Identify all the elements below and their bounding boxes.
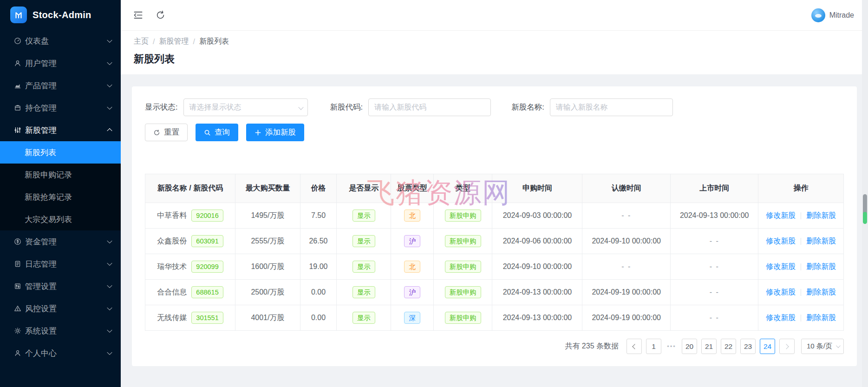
page-button[interactable]: 20 [682, 339, 697, 354]
type-badge: 新股申购 [445, 286, 481, 299]
table-header-row: 新股名称 / 新股代码 最大购买数量 价格 是否显示 股票类型 类型 申购时间 … [145, 174, 844, 203]
edit-ipo-link[interactable]: 修改新股 [766, 262, 796, 270]
action-divider [801, 289, 801, 296]
scrollbar[interactable] [862, 0, 868, 387]
col-header-actions: 操作 [758, 174, 844, 203]
col-header-name-code: 新股名称 / 新股代码 [145, 174, 235, 203]
stock-name: 无线传媒 [157, 313, 187, 323]
dashboard-icon [14, 37, 21, 45]
search-icon [204, 129, 211, 136]
user-menu[interactable]: Mitrade [811, 8, 854, 22]
sidebar-item-products[interactable]: 产品管理 [0, 74, 121, 97]
stock-name: 瑞华技术 [157, 262, 187, 272]
collapse-sidebar-button[interactable] [133, 10, 144, 20]
sidebar-subitem-ipo-list[interactable]: 新股列表 [0, 141, 121, 164]
edit-ipo-link[interactable]: 修改新股 [766, 237, 796, 245]
dollar-circle-icon [14, 238, 21, 245]
name-input[interactable] [550, 98, 673, 116]
chevron-down-icon [107, 38, 112, 43]
page-size-select[interactable]: 10 条/页 [801, 339, 844, 354]
page-button[interactable]: 22 [721, 339, 736, 354]
avatar[interactable] [811, 8, 825, 22]
visible-badge: 显示 [352, 235, 375, 248]
market-badge: 深 [404, 312, 420, 324]
chevron-down-icon [107, 350, 112, 355]
listing-time: - - [670, 305, 758, 331]
sidebar-subitem-block-trades[interactable]: 大宗交易列表 [0, 208, 121, 230]
sidebar-item-dashboard[interactable]: 仪表盘 [0, 30, 121, 52]
action-divider [801, 263, 801, 270]
chevron-down-icon [107, 238, 112, 243]
status-select-input[interactable] [183, 98, 308, 116]
filter-bar: 显示状态: 新股代码: 新股名称: [145, 98, 844, 116]
next-page-button[interactable] [779, 339, 795, 354]
delete-ipo-link[interactable]: 删除新股 [806, 262, 836, 270]
content-area: 显示状态: 新股代码: 新股名称: 重置 [121, 74, 868, 387]
code-input[interactable] [368, 98, 491, 116]
stock-name: 众鑫股份 [157, 236, 187, 246]
action-divider [801, 212, 801, 219]
sidebar-item-profile[interactable]: 个人中心 [0, 342, 121, 364]
breadcrumb: 主页 / 新股管理 / 新股列表 [134, 37, 855, 46]
sidebar-item-funds[interactable]: 资金管理 [0, 230, 121, 253]
reset-button-label: 重置 [164, 127, 179, 138]
price: 0.00 [300, 305, 336, 331]
sidebar-item-label: 风控设置 [25, 303, 57, 314]
col-header-payment-time: 认缴时间 [582, 174, 671, 203]
edit-ipo-link[interactable]: 修改新股 [766, 288, 796, 296]
ipo-list-card: 显示状态: 新股代码: 新股名称: 重置 [132, 86, 857, 366]
page-button-active[interactable]: 24 [760, 339, 775, 354]
sidebar-item-users[interactable]: 用户管理 [0, 52, 121, 74]
delete-ipo-link[interactable]: 删除新股 [806, 237, 836, 245]
breadcrumb-section[interactable]: 新股管理 [159, 37, 189, 46]
payment-time: 2024-09-10 00:00:00 [582, 229, 671, 254]
sidebar-item-label: 持仓管理 [25, 103, 57, 113]
visible-badge: 显示 [352, 312, 375, 324]
chevron-down-icon [107, 261, 112, 266]
page-button[interactable]: 23 [740, 339, 756, 354]
col-header-subscribe-time: 申购时间 [492, 174, 582, 203]
sidebar-item-admin-settings[interactable]: 管理设置 [0, 275, 121, 297]
action-divider [801, 315, 801, 321]
prev-page-button[interactable] [627, 339, 642, 354]
col-header-type: 类型 [434, 174, 492, 203]
sidebar-item-risk-settings[interactable]: 风控设置 [0, 297, 121, 320]
position-box-icon [14, 104, 21, 112]
sidebar-item-label: 仪表盘 [25, 36, 49, 46]
search-button[interactable]: 查询 [196, 124, 238, 141]
sidebar-subitem-subscription-records[interactable]: 新股申购记录 [0, 164, 121, 186]
pagination-ellipsis[interactable]: ••• [666, 343, 678, 350]
delete-ipo-link[interactable]: 删除新股 [806, 314, 836, 321]
listing-time: 2024-09-13 00:00:00 [670, 203, 758, 229]
chevron-right-icon [783, 344, 789, 349]
subscribe-time: 2024-09-13 00:00:00 [492, 280, 582, 305]
gear-icon [14, 327, 21, 335]
sidebar-item-ipo-management[interactable]: 新股管理 [0, 119, 121, 141]
chevron-down-icon [107, 60, 112, 65]
page-button[interactable]: 21 [701, 339, 717, 354]
payment-time: - - [582, 254, 671, 280]
table-row: 中草香料920016 1495/万股 7.50 显示 北 新股申购 2024-0… [145, 203, 844, 229]
add-ipo-button[interactable]: 添加新股 [246, 124, 304, 141]
reset-button[interactable]: 重置 [145, 124, 188, 141]
visible-badge: 显示 [352, 210, 375, 222]
sidebar-subitem-label: 新股申购记录 [25, 170, 72, 180]
status-select[interactable] [183, 98, 308, 116]
chevron-down-icon [107, 82, 112, 87]
max-qty: 1495/万股 [235, 203, 300, 229]
delete-ipo-link[interactable]: 删除新股 [806, 288, 836, 296]
chevron-left-icon [632, 344, 637, 349]
page-header: 主页 / 新股管理 / 新股列表 新股列表 [121, 31, 868, 74]
stock-name: 合合信息 [157, 288, 187, 297]
sidebar-item-system-settings[interactable]: 系统设置 [0, 320, 121, 342]
sidebar-subitem-grab-records[interactable]: 新股抢筹记录 [0, 186, 121, 208]
log-document-icon [14, 260, 21, 268]
delete-ipo-link[interactable]: 删除新股 [806, 211, 836, 219]
sidebar-item-positions[interactable]: 持仓管理 [0, 97, 121, 119]
edit-ipo-link[interactable]: 修改新股 [766, 211, 796, 219]
breadcrumb-home[interactable]: 主页 [134, 37, 149, 46]
page-button[interactable]: 1 [646, 339, 661, 354]
refresh-icon[interactable] [156, 10, 165, 20]
sidebar-item-logs[interactable]: 日志管理 [0, 253, 121, 275]
edit-ipo-link[interactable]: 修改新股 [766, 314, 796, 321]
